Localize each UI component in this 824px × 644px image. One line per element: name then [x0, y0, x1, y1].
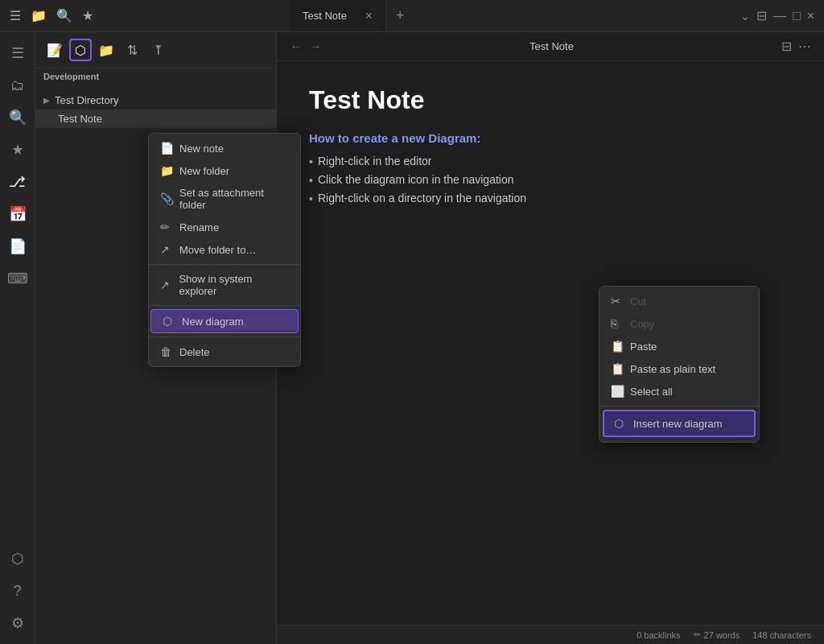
menu-label-delete: Delete [179, 346, 210, 358]
split-view-icon[interactable]: ⊟ [756, 8, 767, 23]
select-all-icon: ⬜ [611, 385, 624, 398]
new-diagram-toolbar-btn[interactable]: ⬡ [69, 39, 92, 61]
copy-icon: ⎘ [611, 317, 624, 330]
minimize-btn[interactable]: — [773, 9, 786, 23]
activity-terminal-icon[interactable]: ⌨ [3, 264, 32, 293]
right-menu-copy-label: Copy [630, 318, 654, 330]
menu-label-new-folder: New folder [179, 165, 229, 177]
right-menu-select-all-label: Select all [630, 386, 673, 398]
new-folder-icon: 📁 [160, 164, 173, 177]
maximize-btn[interactable]: □ [793, 9, 801, 23]
activity-search-icon[interactable]: 🔍 [3, 103, 32, 132]
paste-icon: 📋 [611, 340, 624, 353]
sidebar-item-note[interactable]: Test Note [35, 109, 276, 128]
left-context-menu: 📄 New note 📁 New folder 📎 Set as attachm… [148, 133, 301, 367]
move-icon: ↗ [160, 243, 173, 256]
activity-star-icon[interactable]: ★ [3, 135, 32, 164]
new-note-icon: 📄 [160, 142, 173, 155]
search-titlebar-icon[interactable]: 🔍 [56, 8, 72, 23]
menu-item-new-note[interactable]: 📄 New note [149, 137, 300, 159]
right-menu-select-all[interactable]: ⬜ Select all [599, 380, 759, 402]
menu-item-rename[interactable]: ✏ Rename [149, 216, 300, 238]
bullet-text-3: Right-click on a directory in the naviga… [318, 192, 526, 204]
bullet-text-2: Click the diagram icon in the navigation [318, 173, 514, 186]
bullet-dot-3: • [309, 192, 313, 205]
activity-bar: ☰ 🗂 🔍 ★ ⎇ 📅 📄 ⌨ ⬡ ? ⚙ [0, 32, 35, 644]
menu-label-move: Move folder to… [179, 244, 256, 256]
chars-status: 148 characters [752, 630, 811, 640]
new-tab-btn[interactable]: + [386, 0, 414, 31]
star-titlebar-icon[interactable]: ★ [82, 8, 93, 23]
activity-help-icon[interactable]: ? [3, 576, 32, 605]
chevron-right-icon: ▶ [43, 96, 50, 105]
cut-icon: ✂ [611, 295, 624, 308]
tab-label: Test Note [303, 10, 347, 22]
nav-forward-btn[interactable]: → [309, 39, 322, 54]
right-menu-copy[interactable]: ⎘ Copy [599, 312, 759, 335]
paste-plain-icon: 📋 [611, 362, 624, 375]
menu-item-new-diagram[interactable]: ⬡ New diagram [150, 309, 299, 333]
right-menu-paste-plain-label: Paste as plain text [630, 363, 715, 375]
tab-test-note[interactable]: Test Note × [290, 0, 386, 31]
bullet-1: • Right-click in the editor [309, 155, 792, 168]
bullet-3: • Right-click on a directory in the navi… [309, 192, 792, 205]
files-titlebar-icon[interactable]: 📁 [31, 8, 47, 23]
separator-3 [149, 336, 300, 337]
sidebar-item-directory[interactable]: ▶ Test Directory [35, 91, 276, 109]
menu-label-attachment: Set as attachment folder [179, 187, 289, 211]
new-diagram-menu-icon: ⬡ [163, 315, 175, 328]
editor-actions: ⊟ ⋯ [781, 39, 811, 54]
activity-files-icon[interactable]: 🗂 [3, 71, 32, 100]
activity-bottom: ⬡ ? ⚙ [3, 544, 32, 638]
note-subtitle: How to create a new Diagram: [309, 131, 792, 145]
right-menu-paste[interactable]: 📋 Paste [599, 335, 759, 357]
words-status: ✏ 27 words [694, 630, 740, 640]
separator-1 [149, 264, 300, 265]
nav-back-btn[interactable]: ← [290, 39, 303, 54]
more-options-icon[interactable]: ⋯ [798, 39, 811, 54]
words-label: 27 words [704, 630, 740, 640]
bullet-text-1: Right-click in the editor [318, 155, 432, 167]
activity-sidebar-icon[interactable]: ☰ [3, 39, 32, 68]
menu-item-attachment[interactable]: 📎 Set as attachment folder [149, 182, 300, 216]
menu-label-rename: Rename [179, 221, 219, 233]
right-menu-insert-diagram-label: Insert new diagram [633, 418, 723, 430]
rename-icon: ✏ [160, 221, 173, 233]
menu-item-move[interactable]: ↗ Move folder to… [149, 238, 300, 261]
reader-mode-icon[interactable]: ⊟ [781, 39, 792, 54]
sidebar-tree: ▶ Test Directory Test Note [35, 88, 276, 131]
sidebar-toggle-icon[interactable]: ☰ [10, 8, 21, 23]
note-label: Test Note [58, 113, 102, 125]
sort-toolbar-btn[interactable]: ⇅ [121, 39, 143, 61]
menu-item-delete[interactable]: 🗑 Delete [149, 341, 300, 363]
new-folder-toolbar-btn[interactable]: 📁 [95, 39, 117, 61]
edit-icon: ✏ [694, 630, 701, 640]
bullet-2: • Click the diagram icon in the navigati… [309, 173, 792, 187]
chevron-down-icon[interactable]: ⌄ [740, 10, 750, 23]
titlebar-left: ☰ 📁 🔍 ★ [0, 8, 290, 23]
separator-2 [149, 305, 300, 306]
editor-content[interactable]: Test Note How to create a new Diagram: •… [277, 61, 824, 625]
editor-area: ← → Test Note ⊟ ⋯ Test Note How to creat… [277, 32, 824, 644]
menu-item-new-folder[interactable]: 📁 New folder [149, 159, 300, 182]
titlebar-right: ⌄ ⊟ — □ × [731, 8, 824, 23]
directory-label: Test Directory [55, 94, 118, 106]
activity-git-icon[interactable]: ⎇ [3, 167, 32, 196]
activity-pages-icon[interactable]: 📄 [3, 232, 32, 261]
note-title: Test Note [309, 85, 792, 115]
tab-close-btn[interactable]: × [365, 9, 373, 23]
collapse-toolbar-btn[interactable]: ⤒ [146, 39, 169, 61]
right-menu-cut[interactable]: ✂ Cut [599, 290, 759, 312]
new-note-toolbar-btn[interactable]: 📝 [43, 39, 66, 61]
activity-settings-icon[interactable]: ⚙ [3, 609, 32, 638]
right-menu-insert-diagram[interactable]: ⬡ Insert new diagram [603, 410, 756, 437]
editor-title: Test Note [328, 40, 775, 52]
sidebar-toolbar: 📝 ⬡ 📁 ⇅ ⤒ [35, 32, 276, 68]
bullet-dot-2: • [309, 174, 313, 187]
right-menu-paste-plain[interactable]: 📋 Paste as plain text [599, 357, 759, 380]
activity-calendar-icon[interactable]: 📅 [3, 200, 32, 229]
menu-label-new-diagram: New diagram [182, 316, 244, 328]
activity-diagram-icon[interactable]: ⬡ [3, 544, 32, 573]
menu-item-explorer[interactable]: ↗ Show in system explorer [149, 268, 300, 302]
close-btn[interactable]: × [807, 9, 814, 23]
